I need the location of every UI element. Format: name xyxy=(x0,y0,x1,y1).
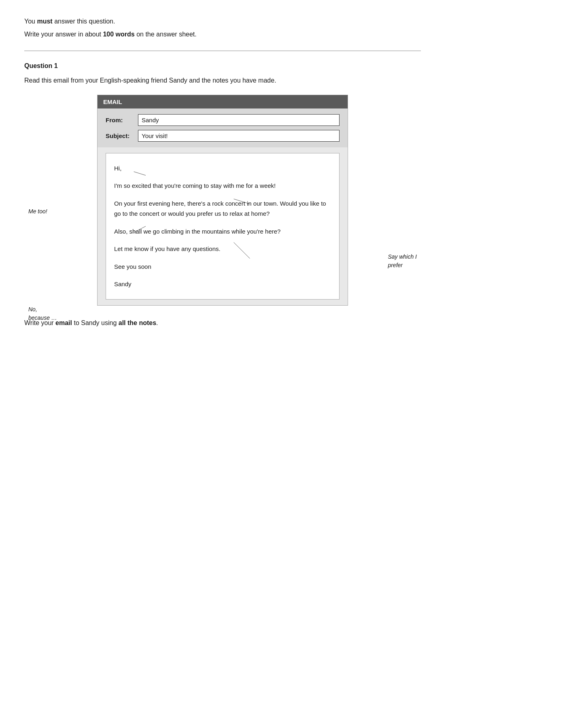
subject-row: Subject: Your visit! xyxy=(106,130,340,142)
question-intro: Read this email from your English-speaki… xyxy=(24,75,421,86)
words-bold: 100 words xyxy=(103,31,134,38)
body-signature: Sandy xyxy=(114,279,331,289)
email-body: Hi, I'm so excited that you're coming to… xyxy=(106,153,340,300)
question-label: Question 1 xyxy=(24,62,421,70)
annotation-no-because: No,because … xyxy=(28,305,57,322)
email-fields: From: Sandy Subject: Your visit! xyxy=(98,108,348,147)
from-value: Sandy xyxy=(138,114,340,126)
footer-email-bold: email xyxy=(55,319,72,326)
subject-label: Subject: xyxy=(106,132,138,139)
email-header: EMAIL xyxy=(98,95,348,108)
email-section: EMAIL From: Sandy Subject: Your visit! H… xyxy=(24,95,421,306)
instruction-line-1: You must answer this question. xyxy=(24,16,421,27)
body-excited: I'm so excited that you're coming to sta… xyxy=(114,181,331,191)
footer-instruction: Write your email to Sandy using all the … xyxy=(24,318,421,328)
section-divider xyxy=(24,51,421,51)
from-label: From: xyxy=(106,117,138,123)
annotation-me-too: Me too! xyxy=(28,208,47,215)
body-greeting: Hi, xyxy=(114,163,331,174)
must-bold: must xyxy=(37,18,52,25)
email-container: EMAIL From: Sandy Subject: Your visit! H… xyxy=(97,95,348,306)
body-climbing: Also, shall we go climbing in the mounta… xyxy=(114,226,331,237)
body-questions: Let me know if you have any questions. xyxy=(114,244,331,254)
annotation-say-which: Say which Iprefer xyxy=(388,253,417,270)
body-see-you: See you soon xyxy=(114,262,331,272)
from-row: From: Sandy xyxy=(106,114,340,126)
footer-notes-bold: all the notes xyxy=(119,319,156,326)
body-concert: On your first evening here, there's a ro… xyxy=(114,198,331,219)
instructions-block: You must answer this question. Write you… xyxy=(24,16,421,39)
instruction-line-2: Write your answer in about 100 words on … xyxy=(24,29,421,40)
subject-value: Your visit! xyxy=(138,130,340,142)
